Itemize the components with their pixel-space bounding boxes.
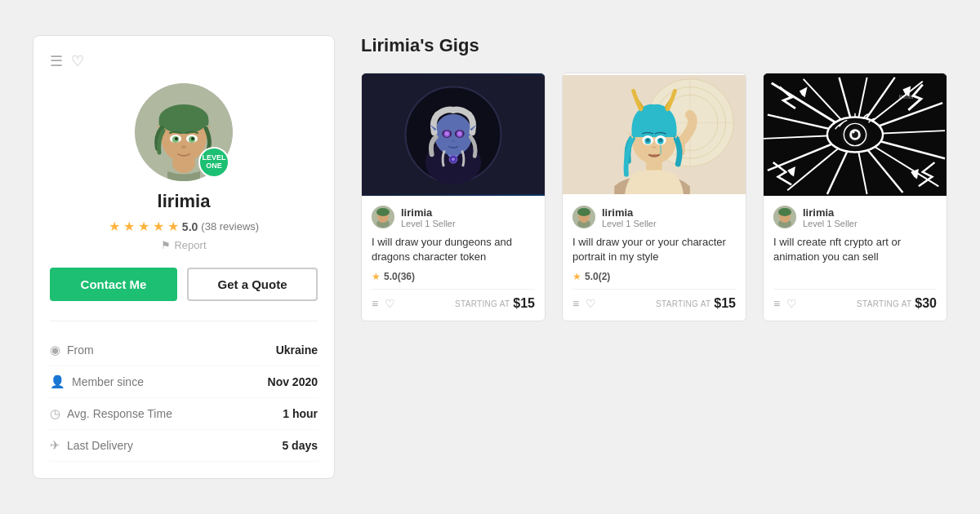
svg-point-49: [658, 138, 662, 142]
price-2: $15: [714, 296, 736, 311]
gig-footer-icons-3: ≡ ♡: [773, 297, 797, 310]
gig-body-1: lirimia Level 1 Seller I will draw your …: [362, 196, 545, 321]
heart-icon-3[interactable]: ♡: [786, 297, 797, 310]
svg-point-27: [455, 129, 465, 139]
heart-icon-2[interactable]: ♡: [586, 297, 596, 310]
contact-button[interactable]: Contact Me: [50, 268, 177, 301]
price-1: $15: [513, 296, 535, 311]
heart-icon-1[interactable]: ♡: [385, 297, 395, 310]
price-3: $30: [915, 296, 937, 311]
svg-text:lirimia: lirimia: [899, 94, 914, 100]
gig-artwork-2: [563, 73, 746, 196]
delivery-label: ✈ Last Delivery: [50, 438, 133, 453]
gig-footer-3: ≡ ♡ STARTING AT $30: [773, 289, 937, 311]
starting-at-2: STARTING AT: [656, 299, 710, 308]
gig-footer-1: ≡ ♡ STARTING AT $15: [372, 289, 535, 311]
gig-seller-row-2: lirimia Level 1 Seller: [572, 206, 736, 228]
svg-point-10: [175, 137, 178, 140]
delivery-value: 5 days: [282, 439, 318, 452]
star-5: ★: [167, 219, 179, 234]
hamburger-icon[interactable]: ☰: [50, 52, 63, 70]
seller-name-1: lirimia: [401, 206, 456, 219]
gig-image-2: [563, 73, 746, 196]
gig-price-block-1: STARTING AT $15: [455, 296, 535, 311]
username: lirimia: [158, 191, 211, 212]
report-row: ⚑ Report: [161, 239, 206, 251]
stars-row: ★ ★ ★ ★ ★ 5.0 (38 reviews): [109, 219, 259, 234]
info-row-member: 👤 Member since Nov 2020: [50, 366, 318, 398]
seller-info-1: lirimia Level 1 Seller: [401, 206, 456, 228]
report-label[interactable]: Report: [174, 239, 206, 251]
svg-point-53: [577, 208, 590, 216]
from-label: ◉ From: [50, 343, 94, 357]
svg-point-48: [646, 138, 650, 142]
response-label: ◷ Avg. Response Time: [50, 406, 172, 421]
gigs-title: Lirimia's Gigs: [361, 35, 947, 56]
gig-image-3: lirimia: [764, 73, 947, 196]
svg-point-26: [442, 129, 452, 139]
seller-level-1: Level 1 Seller: [401, 219, 456, 228]
response-value: 1 hour: [283, 407, 318, 420]
gig-seller-row-1: lirimia Level 1 Seller: [372, 206, 535, 228]
seller-avatar-1: [372, 206, 394, 228]
info-row-delivery: ✈ Last Delivery 5 days: [50, 430, 318, 462]
seller-avatar-2: [572, 206, 595, 228]
level-badge: LEVEL ONE: [198, 147, 229, 178]
gig-footer-icons-1: ≡ ♡: [372, 297, 395, 310]
gig-rating-1: 5.0(36): [384, 271, 415, 282]
gig-body-2: lirimia Level 1 Seller I will draw your …: [563, 196, 746, 321]
from-value: Ukraine: [276, 343, 318, 357]
svg-point-11: [191, 137, 194, 140]
starting-at-3: STARTING AT: [857, 299, 911, 308]
svg-point-33: [376, 208, 390, 216]
heart-icon[interactable]: ♡: [71, 52, 84, 70]
gig-card-3[interactable]: lirimia l: [763, 73, 947, 321]
delivery-icon: ✈: [50, 438, 60, 453]
star-2: ★: [123, 219, 135, 234]
list-icon-2[interactable]: ≡: [572, 297, 579, 310]
member-value: Nov 2020: [268, 375, 318, 388]
seller-level-3: Level 1 Seller: [803, 219, 858, 228]
gig-rating-row-2: ★ 5.0(2): [572, 271, 736, 282]
avatar-wrapper: LEVEL ONE: [135, 83, 233, 181]
star-1: ★: [109, 219, 120, 234]
gig-card-1[interactable]: lirimia Level 1 Seller I will draw your …: [361, 73, 546, 321]
info-row-from: ◉ From Ukraine: [50, 335, 318, 366]
svg-point-78: [853, 131, 855, 134]
gig-rating-2: 5.0(2): [585, 271, 610, 282]
info-row-response: ◷ Avg. Response Time 1 hour: [50, 398, 318, 430]
gig-star-2: ★: [572, 271, 581, 282]
list-icon-1[interactable]: ≡: [372, 297, 378, 310]
svg-point-87: [778, 208, 791, 216]
gig-card-2[interactable]: lirimia Level 1 Seller I will draw your …: [562, 73, 746, 321]
gig-footer-2: ≡ ♡ STARTING AT $15: [572, 289, 736, 311]
star-3: ★: [138, 219, 149, 234]
gig-artwork-1: [362, 73, 545, 196]
review-count: (38 reviews): [201, 220, 259, 233]
gig-image-1: [362, 73, 545, 196]
gig-price-block-2: STARTING AT $15: [656, 296, 736, 311]
starting-at-1: STARTING AT: [455, 299, 510, 308]
flag-icon: ⚑: [161, 239, 171, 251]
gig-title-3: I will create nft crypto art or animatio…: [773, 235, 937, 282]
seller-avatar-3: [773, 206, 796, 228]
seller-level-2: Level 1 Seller: [602, 219, 657, 228]
gigs-grid: lirimia Level 1 Seller I will draw your …: [361, 73, 947, 321]
profile-card-top-icons: ☰ ♡: [50, 52, 318, 70]
svg-point-12: [181, 145, 186, 148]
buttons-row: Contact Me Get a Quote: [50, 268, 318, 301]
member-label: 👤 Member since: [50, 374, 144, 389]
star-4: ★: [153, 219, 164, 234]
seller-info-3: lirimia Level 1 Seller: [803, 206, 858, 228]
gig-star-1: ★: [372, 271, 381, 282]
rating-score: 5.0: [182, 220, 198, 233]
person-icon: 👤: [50, 374, 65, 389]
gig-title-2: I will draw your or your character portr…: [572, 235, 736, 264]
list-icon-3[interactable]: ≡: [773, 297, 780, 310]
gig-title-1: I will draw your dungeons and dragons ch…: [372, 235, 535, 264]
profile-card: ☰ ♡: [33, 35, 335, 479]
gig-price-block-3: STARTING AT $30: [857, 296, 937, 311]
svg-point-17: [434, 114, 473, 156]
gig-rating-row-1: ★ 5.0(36): [372, 271, 535, 282]
quote-button[interactable]: Get a Quote: [187, 268, 318, 301]
